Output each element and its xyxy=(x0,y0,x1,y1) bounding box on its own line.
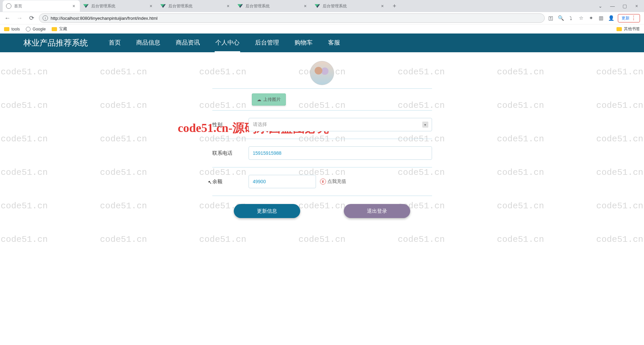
chevron-down-icon[interactable]: ⌄ xyxy=(596,1,605,11)
star-icon[interactable]: ☆ xyxy=(578,15,584,21)
nav-item[interactable]: 商品信息 xyxy=(136,34,161,52)
vue-icon xyxy=(83,3,89,9)
browser-tab[interactable]: 首页 × xyxy=(3,0,80,12)
other-bookmarks[interactable]: 其他书签 xyxy=(616,26,640,32)
vue-icon xyxy=(315,3,320,9)
yen-icon: ¥ xyxy=(320,179,326,185)
nav-item[interactable]: 首页 xyxy=(108,34,121,52)
url-input[interactable]: i http://localhost:8080/linyechanpintuij… xyxy=(39,13,545,23)
key-icon[interactable]: ⚿ xyxy=(547,15,554,21)
folder-icon xyxy=(4,27,9,31)
balance-row: 余额 ¥ 点我充值 xyxy=(212,167,432,196)
profile-form: ☁ 上传图片 性别 请选择 ▾ 联系电话 余额 ¥ 点我充值 更新信息 退 xyxy=(212,59,432,231)
button-row: 更新信息 退出登录 xyxy=(212,196,432,231)
browser-tab[interactable]: 后台管理系统 × xyxy=(80,0,157,12)
nav-item[interactable]: 个人中心 xyxy=(215,34,240,52)
tab-title: 后台管理系统 xyxy=(323,3,378,9)
back-button[interactable]: ← xyxy=(3,13,12,23)
tabs-bar: 首页 × 后台管理系统 × 后台管理系统 × 后台管理系统 × 后台管理系统 ×… xyxy=(0,0,644,12)
page: 林业产品推荐系统 首页商品信息商品资讯个人中心后台管理购物车客服 ☁ 上传图片 … xyxy=(0,33,644,231)
extensions-icon[interactable]: ✦ xyxy=(588,15,594,21)
main-nav: 首页商品信息商品资讯个人中心后台管理购物车客服 xyxy=(108,34,341,52)
nav-item[interactable]: 购物车 xyxy=(294,34,313,52)
nav-item[interactable]: 客服 xyxy=(327,34,341,52)
chevron-down-icon: ▾ xyxy=(422,122,428,128)
browser-chrome: 首页 × 后台管理系统 × 后台管理系统 × 后台管理系统 × 后台管理系统 ×… xyxy=(0,0,644,33)
minimize-icon[interactable]: — xyxy=(608,1,617,11)
window-controls: ⌄ — ▢ × xyxy=(596,1,644,11)
bookmarks-bar: tools Google 宝藏 其他书签 xyxy=(0,24,644,33)
forward-button[interactable]: → xyxy=(15,13,24,23)
gender-row: 性别 请选择 ▾ xyxy=(212,111,432,139)
maximize-icon[interactable]: ▢ xyxy=(620,1,629,11)
recharge-link[interactable]: ¥ 点我充值 xyxy=(320,179,346,185)
close-icon[interactable]: × xyxy=(380,3,385,9)
folder-icon xyxy=(52,27,57,31)
zoom-icon[interactable]: 🔍 xyxy=(557,15,564,21)
tab-title: 首页 xyxy=(14,3,70,9)
nav-item[interactable]: 商品资讯 xyxy=(175,34,201,52)
avatar-row xyxy=(212,59,432,89)
bookmark-item[interactable]: Google xyxy=(26,27,46,31)
site-header: 林业产品推荐系统 首页商品信息商品资讯个人中心后台管理购物车客服 xyxy=(0,33,644,52)
browser-update-button[interactable]: 更新⋮ xyxy=(618,14,640,22)
bookmark-item[interactable]: tools xyxy=(4,27,20,31)
avatar[interactable] xyxy=(310,61,334,85)
sidepanel-icon[interactable]: ▥ xyxy=(598,15,604,21)
new-tab-button[interactable]: + xyxy=(390,1,399,11)
vue-icon xyxy=(237,3,243,9)
browser-tab[interactable]: 后台管理系统 × xyxy=(311,0,388,12)
gender-select[interactable]: 请选择 ▾ xyxy=(249,118,432,131)
browser-tab[interactable]: 后台管理系统 × xyxy=(234,0,311,12)
reload-button[interactable]: ⟳ xyxy=(27,13,36,23)
gender-label: 性别 xyxy=(212,122,249,128)
browser-tab[interactable]: 后台管理系统 × xyxy=(157,0,234,12)
logout-button[interactable]: 退出登录 xyxy=(344,204,410,218)
upload-image-button[interactable]: ☁ 上传图片 xyxy=(252,93,286,106)
phone-row: 联系电话 xyxy=(212,139,432,167)
balance-input[interactable] xyxy=(249,175,316,188)
update-info-button[interactable]: 更新信息 xyxy=(234,204,300,218)
nav-item[interactable]: 后台管理 xyxy=(254,34,280,52)
phone-label: 联系电话 xyxy=(212,150,249,156)
gender-placeholder: 请选择 xyxy=(253,122,267,128)
tab-title: 后台管理系统 xyxy=(91,3,147,9)
info-icon[interactable]: i xyxy=(43,15,48,21)
globe-icon xyxy=(6,3,11,9)
tab-title: 后台管理系统 xyxy=(246,3,301,9)
close-icon[interactable]: × xyxy=(225,3,231,9)
tab-title: 后台管理系统 xyxy=(168,3,224,9)
vue-icon xyxy=(160,3,166,9)
url-text: http://localhost:8080/linyechanpintuijia… xyxy=(51,16,158,21)
translate-icon[interactable]: ⤵ xyxy=(568,15,574,21)
close-window-icon[interactable]: × xyxy=(632,1,641,11)
phone-input[interactable] xyxy=(249,146,432,160)
profile-icon[interactable]: 👤 xyxy=(608,15,614,21)
globe-icon xyxy=(26,27,31,31)
site-title: 林业产品推荐系统 xyxy=(23,38,88,48)
close-icon[interactable]: × xyxy=(148,3,154,9)
address-bar: ← → ⟳ i http://localhost:8080/linyechanp… xyxy=(0,12,644,24)
folder-icon xyxy=(616,27,622,31)
bookmark-item[interactable]: 宝藏 xyxy=(52,26,67,32)
close-icon[interactable]: × xyxy=(303,3,308,9)
cloud-upload-icon: ☁ xyxy=(257,97,261,102)
close-icon[interactable]: × xyxy=(71,3,76,9)
balance-label: 余额 xyxy=(212,179,249,185)
upload-row: ☁ 上传图片 xyxy=(212,89,432,111)
